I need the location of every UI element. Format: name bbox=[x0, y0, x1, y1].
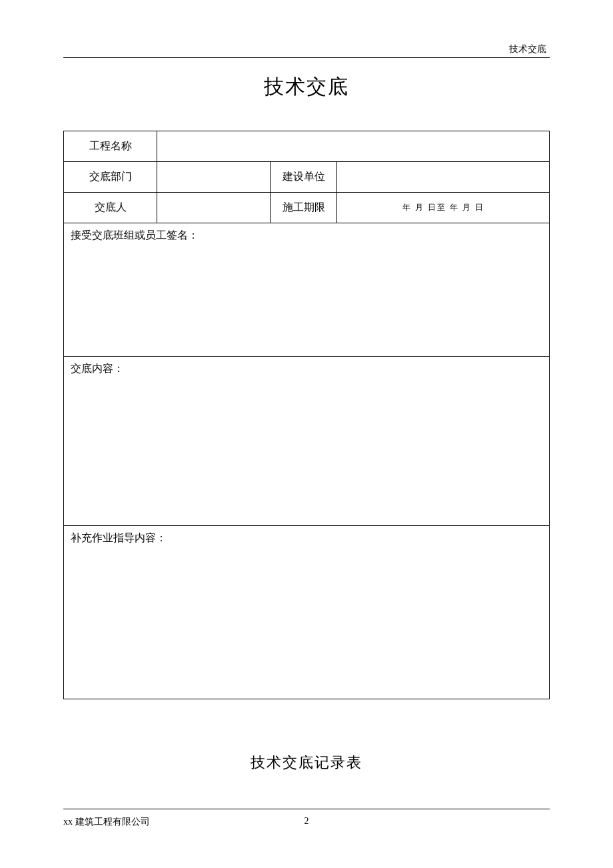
disclosure-person-label: 交底人 bbox=[64, 193, 157, 223]
dept-value bbox=[157, 162, 271, 193]
form-table: 工程名称 交底部门 建设单位 交底人 施工期限 年 月 日至 年 月 日 接受交… bbox=[63, 131, 550, 699]
construction-period-label: 施工期限 bbox=[271, 193, 337, 223]
document-title: 技术交底 bbox=[63, 73, 550, 101]
footer-page-number: 2 bbox=[305, 816, 309, 827]
disclosure-person-value bbox=[157, 193, 271, 223]
project-name-label: 工程名称 bbox=[64, 131, 157, 162]
document-page: 技术交底 技术交底 工程名称 交底部门 建设单位 交底人 施工期限 年 月 日至… bbox=[0, 0, 613, 868]
header-divider bbox=[63, 57, 550, 58]
footer-company: xx 建筑工程有限公司 bbox=[63, 816, 150, 828]
supplement-section: 补充作业指导内容： bbox=[64, 526, 550, 699]
footer-content: xx 建筑工程有限公司 2 bbox=[63, 816, 550, 828]
dept-label: 交底部门 bbox=[64, 162, 157, 193]
construction-unit-value bbox=[337, 162, 550, 193]
row-signature: 接受交底班组或员工签名： bbox=[64, 223, 550, 357]
footer: xx 建筑工程有限公司 2 bbox=[0, 809, 613, 828]
row-dept: 交底部门 建设单位 bbox=[64, 162, 550, 193]
footer-divider bbox=[63, 809, 550, 809]
subtitle: 技术交底记录表 bbox=[63, 753, 550, 773]
construction-unit-label: 建设单位 bbox=[271, 162, 337, 193]
project-name-value bbox=[157, 131, 550, 162]
row-project-name: 工程名称 bbox=[64, 131, 550, 162]
header-right-text: 技术交底 bbox=[509, 43, 546, 55]
signature-section: 接受交底班组或员工签名： bbox=[64, 223, 550, 357]
content-section: 交底内容： bbox=[64, 357, 550, 526]
row-content: 交底内容： bbox=[64, 357, 550, 526]
row-person: 交底人 施工期限 年 月 日至 年 月 日 bbox=[64, 193, 550, 223]
row-supplement: 补充作业指导内容： bbox=[64, 526, 550, 699]
construction-period-value: 年 月 日至 年 月 日 bbox=[337, 193, 550, 223]
